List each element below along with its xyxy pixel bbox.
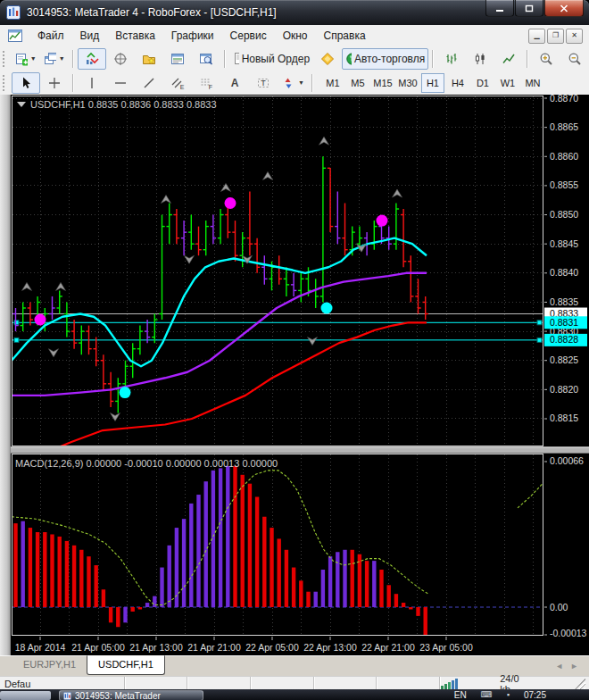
data-window-button[interactable] <box>106 48 135 70</box>
timeframe-h1[interactable]: H1 <box>421 73 444 93</box>
vertical-line-icon <box>85 76 99 90</box>
trendline-tool-button[interactable] <box>135 72 163 94</box>
language-indicator[interactable]: EN <box>454 690 467 700</box>
tab-usdchf-h1[interactable]: USDCHF,H1 <box>87 655 165 675</box>
mdi-minimize-button[interactable]: ▁ <box>528 29 545 44</box>
menu-insert[interactable]: Вставка <box>107 26 163 46</box>
menu-help[interactable]: Справка <box>316 26 374 46</box>
timeframe-mn[interactable]: MN <box>521 73 544 93</box>
menu-charts[interactable]: Графики <box>163 26 222 46</box>
tab-eurjpy-h1[interactable]: EURJPY,H1 <box>12 656 87 674</box>
taskbar-clock[interactable]: 07:25 <box>524 690 546 700</box>
navigator-button[interactable]: ★ <box>135 48 163 70</box>
toolbar-separator <box>432 50 434 68</box>
arrows-tool-button[interactable]: ▼ <box>278 72 308 94</box>
menu-tools[interactable]: Сервис <box>222 26 275 46</box>
app-icon <box>6 5 21 20</box>
timeframe-m30[interactable]: M30 <box>396 73 419 93</box>
taskbar-button-fragment[interactable] <box>0 691 51 700</box>
market-watch-button[interactable] <box>78 48 106 70</box>
terminal-button[interactable] <box>163 48 192 70</box>
timeframe-d1[interactable]: D1 <box>471 73 494 93</box>
text-tool-label: A <box>231 77 239 89</box>
tray-icon[interactable]: ▪ <box>507 690 510 699</box>
toolbar-grip[interactable] <box>3 51 7 67</box>
new-chart-button[interactable]: ▼ <box>12 48 40 70</box>
cyan-dot-signal <box>321 302 333 313</box>
symbol-legend: USDCHF,H1 0.8835 0.8836 0.8833 0.8833 <box>30 99 217 110</box>
channel-icon: E <box>170 76 185 90</box>
new-order-button[interactable]: Новый Ордер <box>229 48 314 70</box>
menu-window[interactable]: Окно <box>275 26 316 46</box>
chart-line-button[interactable] <box>494 48 523 70</box>
svg-text:0.8870: 0.8870 <box>550 95 578 104</box>
menu-file[interactable]: Файл <box>29 26 72 46</box>
status-section <box>377 677 440 690</box>
menu-view[interactable]: Вид <box>72 26 108 46</box>
menubar: Файл Вид Вставка Графики Сервис Окно Спр… <box>0 25 589 47</box>
timeframe-h4[interactable]: H4 <box>446 73 469 93</box>
toolbar-separator <box>311 74 313 92</box>
tabs-scroll-right-icon[interactable]: ► <box>570 662 578 671</box>
timeframe-w1[interactable]: W1 <box>496 73 519 93</box>
timeframe-m1[interactable]: M1 <box>321 73 344 93</box>
text-label-tool-button[interactable]: T <box>249 72 278 94</box>
strategy-tester-icon <box>199 52 213 66</box>
tabs-scroll-left-icon[interactable]: ◄ <box>555 662 563 671</box>
timeframe-m15[interactable]: M15 <box>371 73 394 93</box>
chart-candles-button[interactable] <box>466 48 494 70</box>
metaeditor-button[interactable] <box>313 48 342 70</box>
bar-chart-type-icon <box>444 52 459 66</box>
dropdown-caret-icon: ▼ <box>30 55 37 62</box>
arrow-objects-icon <box>281 76 295 90</box>
fibonacci-tool-button[interactable]: F <box>192 72 220 94</box>
svg-text:0.8825: 0.8825 <box>550 354 578 365</box>
price-chart[interactable]: 0.88700.88650.88600.88550.88500.88450.88… <box>11 95 589 655</box>
maximize-button[interactable] <box>515 0 543 17</box>
chart-bars-button[interactable] <box>437 48 466 70</box>
magenta-dot-signal <box>225 197 236 209</box>
market-watch-icon <box>85 52 99 66</box>
zoom-in-icon <box>539 52 553 66</box>
cursor-tool-button[interactable] <box>12 72 40 94</box>
autotrading-button[interactable]: Авто-торговля <box>342 48 428 70</box>
strategy-tester-button[interactable] <box>192 48 220 70</box>
keyboard-tray-icon[interactable]: ⌨ <box>481 690 493 699</box>
zoom-in-button[interactable] <box>532 48 560 70</box>
profiles-button[interactable]: ▼ <box>40 48 69 70</box>
macd-axis-label: 0.00 <box>550 602 568 612</box>
vertical-line-tool-button[interactable] <box>78 72 106 94</box>
horizontal-line-tool-button[interactable] <box>106 72 135 94</box>
toolbar-grip[interactable] <box>3 75 7 91</box>
toolbar-separator <box>72 50 74 68</box>
minimize-button[interactable] <box>485 0 514 17</box>
metaeditor-icon <box>320 52 335 66</box>
status-section <box>187 677 251 690</box>
new-chart-icon <box>15 52 28 66</box>
statusbar: Defau 24/0 kb <box>0 676 589 690</box>
text-tool-button[interactable]: A <box>220 72 249 94</box>
resize-grip[interactable] <box>575 678 585 689</box>
chart-window-icon[interactable] <box>8 29 22 43</box>
crosshair-tool-button[interactable] <box>40 72 69 94</box>
dropdown-caret-icon: ▼ <box>298 79 304 86</box>
profile-section[interactable]: Defau <box>0 677 125 690</box>
close-button[interactable] <box>544 0 584 17</box>
svg-text:0.8828: 0.8828 <box>550 334 578 345</box>
svg-text:21 Apr 05:00: 21 Apr 05:00 <box>71 642 125 653</box>
mdi-close-button[interactable]: ✕ <box>566 29 583 44</box>
svg-text:0.8850: 0.8850 <box>550 209 578 220</box>
autotrading-label: Авто-торговля <box>354 53 425 65</box>
titlebar[interactable]: 3014953: MetaTrader 4 - RoboForex - [USD… <box>0 0 589 25</box>
svg-text:T: T <box>261 79 266 88</box>
candlestick-type-icon <box>473 52 487 66</box>
mdi-restore-button[interactable]: ❐ <box>547 29 564 44</box>
taskbar-metatrader-button[interactable]: 3014953: MetaTrader <box>59 690 203 700</box>
zoom-out-button[interactable] <box>560 48 589 70</box>
standard-toolbar: ▼ ▼ ★ Новый Ордер Авто-торговля <box>0 46 589 71</box>
line-handle <box>14 338 19 342</box>
svg-text:0.8840: 0.8840 <box>550 267 578 278</box>
equidistant-channel-tool-button[interactable]: E <box>163 72 192 94</box>
timeframe-m5[interactable]: M5 <box>346 73 369 93</box>
magenta-dot-signal <box>35 314 46 326</box>
